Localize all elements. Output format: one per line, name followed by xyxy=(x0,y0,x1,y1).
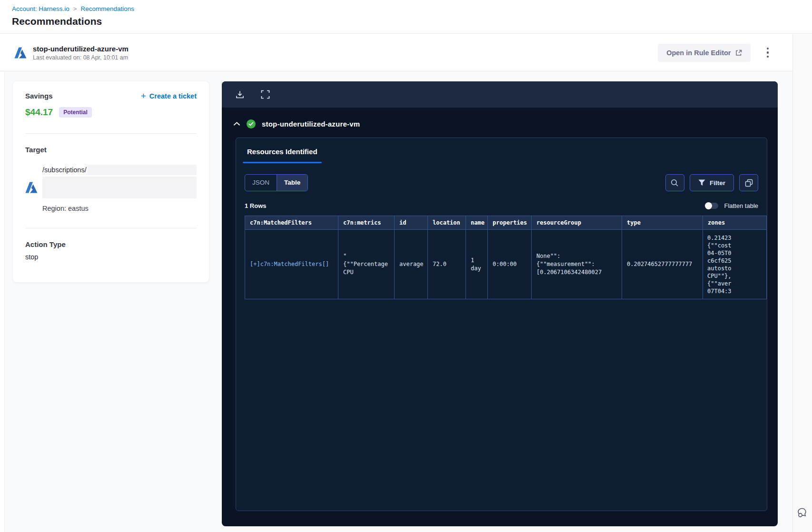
tab-active-underline xyxy=(243,162,322,163)
cell-location: 72.0 xyxy=(428,230,466,299)
target-label: Target xyxy=(25,146,197,154)
resources-table: c7n:MatchedFilters c7n:metrics id locati… xyxy=(245,216,767,299)
column-header-location: location xyxy=(428,216,466,230)
panel-rule-name: stop-underutilized-azure-vm xyxy=(262,120,360,128)
filter-label: Filter xyxy=(710,179,725,187)
filter-icon xyxy=(698,179,705,186)
divider xyxy=(25,228,197,228)
view-mode-toggle: JSON Table xyxy=(245,174,308,191)
breadcrumb-account-link[interactable]: Account: Harness.io xyxy=(12,5,69,12)
json-view-toggle[interactable]: JSON xyxy=(245,175,277,191)
divider xyxy=(25,133,197,134)
action-type-value: stop xyxy=(25,253,197,261)
table-view-toggle[interactable]: Table xyxy=(277,175,307,191)
breadcrumb: Account: Harness.io > Recommendations xyxy=(12,5,812,12)
rule-header-bar: stop-underutilized-azure-vm Last evaluat… xyxy=(0,34,792,71)
content-area: Savings + Create a ticket $44.17 Potenti… xyxy=(0,72,792,532)
flatten-table-toggle[interactable] xyxy=(705,203,718,209)
filter-button[interactable]: Filter xyxy=(690,174,734,191)
success-check-icon xyxy=(247,119,256,128)
cell-type: 0.20274652777777777 xyxy=(622,230,703,299)
cell-id: average xyxy=(395,230,428,299)
collapse-chevron-icon[interactable] xyxy=(233,121,240,126)
rule-output-panel: stop-underutilized-azure-vm Resources Id… xyxy=(222,81,778,526)
rule-last-evaluated: Last evaluated on: 08 Apr, 10:01 am xyxy=(33,54,129,61)
resources-card: Resources Identified JSON Table xyxy=(236,138,767,511)
cell-matched-filters-expand[interactable]: [+]c7n:MatchedFilters[] xyxy=(245,230,338,299)
search-button[interactable] xyxy=(665,174,684,191)
left-gutter xyxy=(0,72,5,532)
savings-amount: $44.17 xyxy=(25,107,53,118)
target-path: /subscriptions/ xyxy=(42,166,87,174)
redacted-target-detail xyxy=(42,177,197,198)
kebab-menu-icon[interactable] xyxy=(765,46,771,60)
cell-name: 1 day xyxy=(466,230,488,299)
redacted-target-path xyxy=(88,165,197,175)
copy-icon xyxy=(745,179,753,187)
rule-name: stop-underutilized-azure-vm xyxy=(33,45,129,53)
column-header-resource-group: resourceGroup xyxy=(532,216,622,230)
azure-icon xyxy=(14,47,27,59)
azure-icon-target xyxy=(25,182,38,193)
plus-icon: + xyxy=(141,93,146,99)
resources-table-container: c7n:MatchedFilters c7n:metrics id locati… xyxy=(245,216,767,299)
create-ticket-label: Create a ticket xyxy=(149,92,197,100)
target-region: Region: eastus xyxy=(42,205,197,212)
breadcrumb-separator: > xyxy=(73,5,77,12)
cell-properties: 0:00:00 xyxy=(488,230,532,299)
savings-card: Savings + Create a ticket $44.17 Potenti… xyxy=(13,81,209,282)
column-header-name: name xyxy=(466,216,488,230)
potential-badge: Potential xyxy=(59,107,92,118)
column-header-id: id xyxy=(395,216,428,230)
rows-count: 1 Rows xyxy=(245,202,267,209)
savings-label: Savings xyxy=(25,92,53,100)
panel-toolbar xyxy=(222,81,778,108)
search-icon xyxy=(671,179,679,187)
column-header-properties: properties xyxy=(488,216,532,230)
table-header-row: c7n:MatchedFilters c7n:metrics id locati… xyxy=(245,216,767,230)
right-rail xyxy=(792,34,812,532)
page-title: Recommendations xyxy=(12,16,812,27)
open-in-rule-editor-button[interactable]: Open in Rule Editor xyxy=(658,44,750,62)
tab-label: Resources Identified xyxy=(243,148,322,156)
column-header-type: type xyxy=(622,216,703,230)
open-in-rule-editor-label: Open in Rule Editor xyxy=(666,49,731,57)
flatten-table-label: Flatten table xyxy=(724,202,758,209)
top-header: Account: Harness.io > Recommendations Re… xyxy=(0,0,812,34)
tab-resources-identified[interactable]: Resources Identified xyxy=(243,148,322,163)
cell-metrics: " {""Percentage CPU xyxy=(338,230,395,299)
external-link-icon xyxy=(735,49,742,56)
copy-button[interactable] xyxy=(739,174,758,191)
breadcrumb-current-link[interactable]: Recommendations xyxy=(80,5,134,12)
action-type-label: Action Type xyxy=(25,240,197,248)
cell-zones: 0.21423 {""cost 04-05T0 c6cf625 autosto … xyxy=(703,230,767,299)
table-row: [+]c7n:MatchedFilters[] " {""Percentage … xyxy=(245,230,767,299)
download-icon[interactable] xyxy=(235,90,245,99)
column-header-metrics: c7n:metrics xyxy=(338,216,395,230)
create-ticket-button[interactable]: + Create a ticket xyxy=(141,92,197,100)
column-header-zones: zones xyxy=(703,216,767,230)
chat-icon[interactable] xyxy=(796,506,810,520)
column-header-matched-filters: c7n:MatchedFilters xyxy=(245,216,338,230)
fullscreen-icon[interactable] xyxy=(261,90,270,99)
cell-resource-group: None"": {""measurement"": [0.20671063424… xyxy=(532,230,622,299)
